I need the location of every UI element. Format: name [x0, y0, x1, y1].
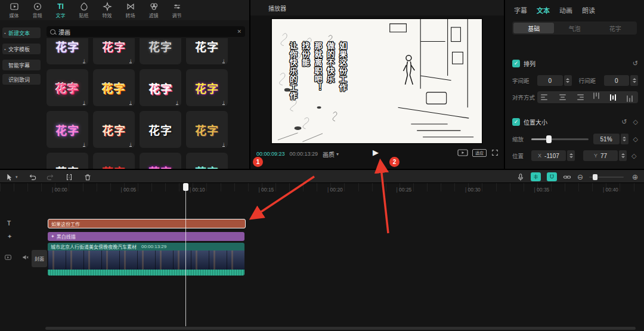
- timeline-ruler[interactable]: 00:0000:0500:1000:1500:2000:2500:3000:35…: [0, 183, 644, 191]
- align-icon[interactable]: [574, 93, 584, 101]
- effect-clip[interactable]: ✦ 黑白线描: [48, 232, 244, 241]
- letter-spacing-value[interactable]: 0: [537, 75, 563, 86]
- sidebar-item[interactable]: 识别歌词: [2, 74, 41, 85]
- align-icon[interactable]: [592, 92, 600, 102]
- text-style-tile[interactable]: 花字 ↓: [186, 111, 228, 148]
- toolbar-adjust[interactable]: 调节: [165, 2, 188, 18]
- text-style-tile[interactable]: 花字: [93, 153, 135, 169]
- text-style-tile[interactable]: 花字: [140, 38, 181, 64]
- mute-track-icon[interactable]: [21, 253, 29, 264]
- redo-icon[interactable]: [47, 173, 55, 181]
- scale-stepper[interactable]: [621, 134, 628, 144]
- text-style-tile[interactable]: 花字: [47, 153, 88, 169]
- property-tab[interactable]: 文本: [537, 5, 550, 15]
- text-subtab[interactable]: 基础: [513, 23, 554, 33]
- text-style-tile[interactable]: 花字 ↓: [93, 69, 135, 106]
- text-style-tile[interactable]: 花字 ↓: [93, 111, 135, 148]
- text-clip-selected[interactable]: 如果这份工作: [48, 219, 246, 228]
- tile-preview-text: 花字: [195, 122, 219, 138]
- position-x-field[interactable]: X-1107: [531, 150, 566, 161]
- link-toggle-icon[interactable]: [563, 173, 571, 181]
- sticker-icon: [79, 2, 89, 11]
- toolbar-audio[interactable]: 音频: [26, 2, 49, 18]
- ruler-timecode: 00:20: [327, 185, 397, 193]
- position-y-field[interactable]: Y77: [583, 150, 618, 161]
- property-tab[interactable]: 动画: [559, 5, 572, 15]
- align-icon[interactable]: [541, 93, 550, 101]
- preview-quality-icon[interactable]: [457, 149, 468, 157]
- scrollbar-thumb[interactable]: [45, 327, 636, 330]
- video-clip[interactable]: 城市北京人行街道美女傍晚夜晚汽车素材 00:00:13:29: [48, 243, 244, 276]
- keyframe-icon[interactable]: ◇: [633, 118, 638, 126]
- zoom-in-icon[interactable]: ⊕: [632, 173, 638, 181]
- text-style-tile[interactable]: 花字 ↓: [186, 69, 228, 106]
- filter-icon: [149, 2, 159, 11]
- split-clip-icon[interactable]: [65, 173, 73, 181]
- align-icon[interactable]: [626, 92, 634, 102]
- text-style-tile[interactable]: 花字 ↓: [186, 38, 228, 64]
- auto-snap-toggle[interactable]: [547, 172, 557, 181]
- sidebar-item[interactable]: • 新建文本: [2, 27, 41, 38]
- text-style-tile[interactable]: 花字: [140, 111, 181, 148]
- scale-value[interactable]: 51%: [593, 134, 620, 144]
- arrange-section: ✓ 排列 ↺ 字间距 0 行间距 0 对齐方式: [512, 57, 638, 103]
- property-tab[interactable]: 字幕: [514, 5, 527, 15]
- toolbar-filter[interactable]: 滤镜: [142, 2, 165, 18]
- play-button[interactable]: ▶: [373, 148, 379, 157]
- keyframe-icon[interactable]: ◇: [633, 135, 638, 143]
- zoom-out-icon[interactable]: ⊖: [577, 173, 583, 181]
- sidebar-item[interactable]: • 文字模板: [2, 44, 41, 54]
- ruler-timecode: 00:05: [121, 185, 190, 193]
- toolbar-sticker[interactable]: 贴纸: [72, 2, 95, 18]
- delete-icon[interactable]: [83, 173, 92, 181]
- letter-spacing-stepper[interactable]: [564, 75, 572, 86]
- fullscreen-icon[interactable]: [491, 149, 499, 157]
- text-style-tile[interactable]: 花字 ↓: [47, 69, 88, 106]
- sidebar-item[interactable]: 智能字幕: [2, 60, 41, 70]
- text-style-tile[interactable]: 花字: [186, 153, 228, 169]
- transform-checkbox[interactable]: ✓: [512, 118, 520, 126]
- ratio-selector[interactable]: 适应: [472, 149, 487, 157]
- tile-preview-text: 花字: [55, 122, 79, 138]
- preview-axis-toggle[interactable]: [531, 172, 541, 181]
- toolbar-text[interactable]: TI 文字: [49, 2, 72, 18]
- toolbar-transition[interactable]: 转场: [119, 2, 142, 18]
- toolbar-effects[interactable]: 特效: [95, 2, 119, 18]
- align-icon[interactable]: [609, 92, 617, 102]
- keyframe-icon[interactable]: ◇: [631, 152, 636, 160]
- chevron-down-icon[interactable]: ▾: [16, 175, 18, 180]
- reset-icon[interactable]: ↺: [621, 118, 627, 126]
- arrange-checkbox[interactable]: ✓: [512, 60, 520, 67]
- text-subtab[interactable]: 花字: [595, 23, 636, 33]
- toolbar-media[interactable]: 媒体: [2, 2, 26, 18]
- chevron-down-icon: ▾: [336, 151, 339, 157]
- search-input[interactable]: [58, 29, 237, 35]
- align-icon[interactable]: [558, 93, 567, 101]
- undo-icon[interactable]: [28, 173, 36, 181]
- slider-handle[interactable]: [546, 135, 552, 143]
- text-subtab[interactable]: 气泡: [554, 23, 595, 33]
- select-tool-icon[interactable]: [5, 173, 13, 181]
- line-spacing-value[interactable]: 0: [604, 75, 630, 86]
- scale-slider[interactable]: [531, 138, 589, 140]
- text-style-tile[interactable]: 花字 ↓: [47, 38, 88, 64]
- tile-preview-text: 花字: [195, 80, 219, 96]
- preview-canvas[interactable]: 如果这份工作 做的不快乐 那就离职吧！ 找份能 让你快乐的工作: [271, 18, 483, 144]
- position-y-stepper[interactable]: [619, 150, 627, 161]
- text-style-tile[interactable]: 花字: [140, 153, 181, 169]
- timeline-zoom-slider[interactable]: [589, 177, 624, 178]
- clear-search-icon[interactable]: ✕: [237, 29, 242, 35]
- line-spacing-stepper[interactable]: [630, 75, 638, 86]
- text-style-tile[interactable]: 花字 ↓: [93, 38, 135, 64]
- zoom-slider-handle[interactable]: [593, 174, 597, 180]
- quality-dropdown[interactable]: 画质 ▾: [323, 150, 339, 159]
- position-x-stepper[interactable]: [567, 150, 575, 161]
- property-tab[interactable]: 朗读: [582, 5, 595, 15]
- playhead-handle[interactable]: [183, 183, 188, 191]
- reset-icon[interactable]: ↺: [633, 60, 638, 67]
- ruler-timecode: 00:00: [52, 185, 121, 193]
- text-style-tile[interactable]: 花字 ↓: [140, 69, 181, 106]
- record-voiceover-icon[interactable]: [516, 173, 525, 181]
- text-style-tile[interactable]: 花字 ↓: [47, 111, 88, 148]
- cover-button[interactable]: 封面: [32, 250, 47, 267]
